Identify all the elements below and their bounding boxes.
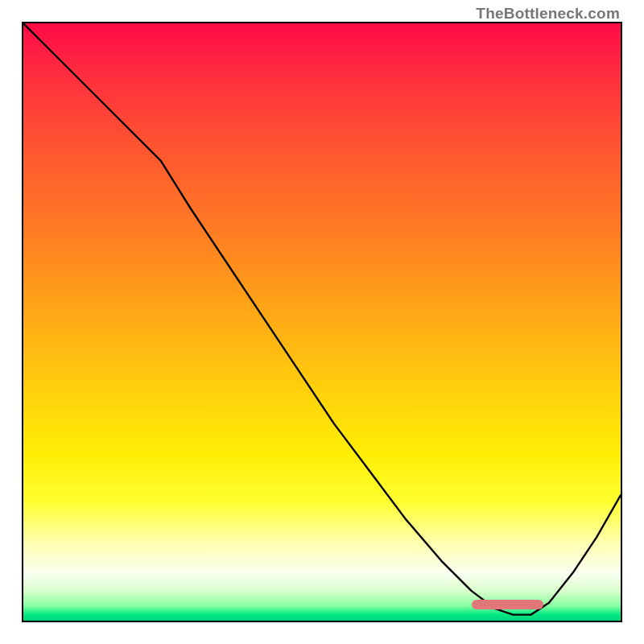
optimal-range-marker <box>472 600 543 609</box>
watermark-text: TheBottleneck.com <box>476 5 620 23</box>
bottleneck-curve-path <box>23 23 621 615</box>
bottleneck-line-chart <box>23 23 621 621</box>
chart-frame <box>22 22 622 622</box>
